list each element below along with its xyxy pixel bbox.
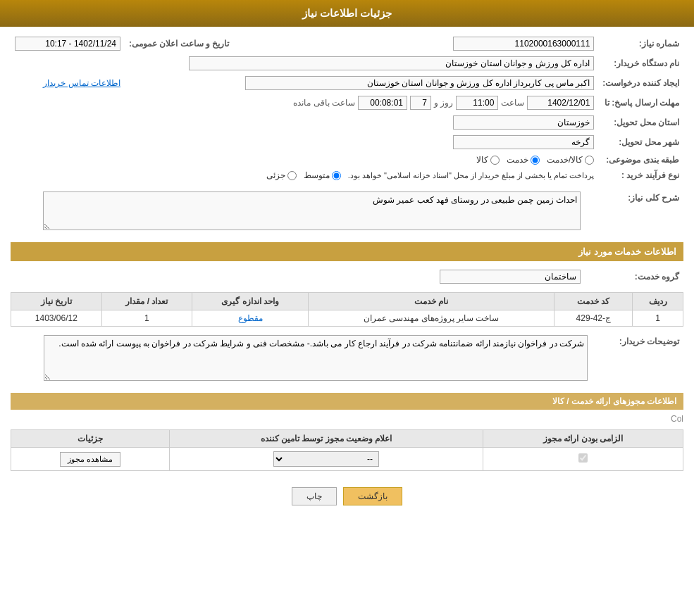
services-data-table: ردیف کد خدمت نام خدمت واحد اندازه گیری ت…	[11, 292, 683, 327]
description-textarea[interactable]	[43, 191, 581, 230]
license-required-checkbox[interactable]	[578, 453, 588, 463]
col-label: Col	[11, 414, 683, 424]
col-license-status: اعلام وضعیت مجوز توسط تامین کننده	[170, 430, 483, 448]
purchase-type-label: نوع فرآیند خرید :	[598, 168, 683, 183]
table-row: 1 ج-42-429 ساخت سایر پروژه‌های مهندسی عم…	[11, 310, 683, 327]
kala-khedmat-radio[interactable]	[585, 156, 594, 165]
khedmat-text: خدمت	[507, 155, 528, 165]
col-quantity: تعداد / مقدار	[101, 293, 192, 310]
requester-input[interactable]	[245, 76, 594, 90]
services-table-head: ردیف کد خدمت نام خدمت واحد اندازه گیری ت…	[11, 293, 683, 310]
col-license-details: جزئیات	[11, 430, 170, 448]
reply-remaining-input[interactable]	[358, 96, 407, 110]
motavaset-radio[interactable]	[332, 171, 341, 180]
order-number-input[interactable]	[453, 37, 594, 51]
requester-row: ایجاد کننده درخواست: اطلاعات تماس خریدار	[11, 73, 683, 93]
category-value-cell: کالا/خدمت خدمت کالا	[11, 152, 598, 168]
kala-khedmat-label[interactable]: کالا/خدمت	[547, 155, 594, 165]
basic-info-table: شماره نیاز: تاریخ و ساعت اعلان عمومی: نا…	[11, 34, 683, 183]
col-text: Col	[671, 414, 683, 424]
motavaset-text: متوسط	[304, 170, 330, 180]
motavaset-label[interactable]: متوسط	[304, 170, 341, 180]
kala-khedmat-text: کالا/خدمت	[547, 155, 583, 165]
col-unit: واحد اندازه گیری	[192, 293, 309, 310]
buyer-org-value-cell	[11, 54, 598, 73]
license-header-row: الزامی بودن ارائه مجوز اعلام وضعیت مجوز …	[11, 430, 683, 448]
print-button[interactable]: چاپ	[292, 487, 337, 505]
city-label: شهر محل تحویل:	[598, 132, 683, 152]
province-input[interactable]	[453, 115, 594, 130]
khedmat-radio[interactable]	[531, 156, 540, 165]
province-value-cell	[11, 113, 598, 132]
license-status-cell: --	[170, 448, 483, 471]
service-group-table: گروه خدمت:	[11, 267, 683, 287]
contact-link-cell: اطلاعات تماس خریدار	[11, 73, 125, 93]
city-value-cell	[11, 132, 598, 152]
order-number-value-cell	[449, 34, 598, 54]
announce-datetime-label: تاریخ و ساعت اعلان عمومی:	[125, 34, 233, 54]
license-table-head: الزامی بودن ارائه مجوز اعلام وضعیت مجوز …	[11, 430, 683, 448]
category-label: طبقه بندی موضوعی:	[598, 152, 683, 168]
reply-days-input[interactable]	[410, 96, 431, 110]
page-title: جزئیات اطلاعات نیاز	[302, 7, 392, 19]
purchase-type-row: نوع فرآیند خرید : پرداخت تمام یا بخشی از…	[11, 168, 683, 183]
services-table-body: 1 ج-42-429 ساخت سایر پروژه‌های مهندسی عم…	[11, 310, 683, 327]
service-group-input[interactable]	[440, 270, 581, 284]
description-row: شرح کلی نیاز:	[11, 189, 683, 235]
kala-label[interactable]: کالا	[476, 155, 500, 165]
view-license-button[interactable]: مشاهده مجوز	[60, 452, 120, 467]
description-label: شرح کلی نیاز:	[585, 189, 683, 235]
col-service-name: نام خدمت	[308, 293, 554, 310]
buyer-desc-table: توضیحات خریدار:	[11, 332, 683, 386]
time-label: ساعت	[501, 98, 524, 108]
col-row-num: ردیف	[633, 293, 683, 310]
unit-cell: مقطوع	[192, 310, 309, 327]
reply-deadline-value-cell: ساعت روز و ساعت باقی مانده	[11, 93, 598, 113]
jozvi-label[interactable]: جزئی	[266, 170, 297, 180]
list-item: -- مشاهده مجوز	[11, 448, 683, 471]
service-group-row: گروه خدمت:	[11, 267, 683, 287]
khedmat-label[interactable]: خدمت	[507, 155, 540, 165]
reply-deadline-label: مهلت ارسال پاسخ: تا	[598, 93, 683, 113]
category-radio-group: کالا/خدمت خدمت کالا	[15, 155, 594, 165]
buyer-org-input[interactable]	[189, 56, 595, 70]
buyer-desc-textarea[interactable]	[44, 335, 588, 381]
service-name-cell: ساخت سایر پروژه‌های مهندسی عمران	[308, 310, 554, 327]
announce-datetime-input[interactable]	[15, 37, 120, 51]
purchase-type-value-cell: پرداخت تمام یا بخشی از مبلغ خریدار از مح…	[11, 168, 598, 183]
service-code-cell: ج-42-429	[554, 310, 633, 327]
contact-link[interactable]: اطلاعات تماس خریدار	[43, 78, 120, 88]
province-label: استان محل تحویل:	[598, 113, 683, 132]
services-section-title: اطلاعات خدمات مورد نیاز	[11, 242, 683, 261]
buyer-desc-row: توضیحات خریدار:	[11, 332, 683, 386]
buyer-org-label: نام دستگاه خریدار:	[598, 54, 683, 73]
remaining-label: ساعت باقی مانده	[293, 98, 355, 108]
row-num-cell: 1	[633, 310, 683, 327]
page-wrapper: جزئیات اطلاعات نیاز شماره نیاز: تاریخ و …	[0, 0, 694, 616]
col-service-code: کد خدمت	[554, 293, 633, 310]
license-section-title: اطلاعات مجوزهای ارائه خدمت / کالا	[11, 393, 683, 410]
license-required-cell	[483, 448, 683, 471]
jozvi-radio[interactable]	[287, 171, 297, 180]
purchase-note: پرداخت تمام یا بخشی از مبلغ خریدار از مح…	[348, 171, 595, 180]
buyer-desc-label: توضیحات خریدار:	[592, 332, 683, 386]
buyer-org-row: نام دستگاه خریدار:	[11, 54, 683, 73]
description-table: شرح کلی نیاز:	[11, 189, 683, 235]
city-input[interactable]	[453, 135, 594, 149]
days-label: روز و	[434, 98, 453, 108]
license-details-cell: مشاهده مجوز	[11, 448, 170, 471]
reply-time-input[interactable]	[456, 96, 498, 110]
reply-date-input[interactable]	[527, 96, 594, 110]
order-number-label: شماره نیاز:	[598, 34, 683, 54]
col-date: تاریخ نیاز	[11, 293, 102, 310]
license-table-body: -- مشاهده مجوز	[11, 448, 683, 471]
back-button[interactable]: بازگشت	[343, 487, 402, 505]
order-number-row: شماره نیاز: تاریخ و ساعت اعلان عمومی:	[11, 34, 683, 54]
button-row: بازگشت چاپ	[11, 477, 683, 516]
quantity-cell: 1	[101, 310, 192, 327]
license-status-select[interactable]: --	[273, 451, 379, 467]
col-license-required: الزامی بودن ارائه مجوز	[483, 430, 683, 448]
reply-deadline-row: مهلت ارسال پاسخ: تا ساعت روز و ساعت باقی…	[11, 93, 683, 113]
kala-radio[interactable]	[490, 156, 500, 165]
announce-datetime-value-cell	[11, 34, 125, 54]
